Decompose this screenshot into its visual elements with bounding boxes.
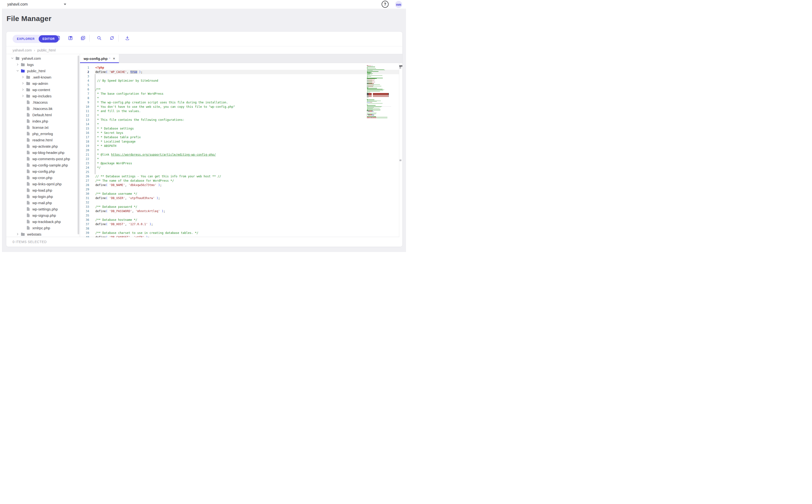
- tree-item-wp-cron.php[interactable]: wp-cron.php: [6, 174, 80, 181]
- tree-item-wp-login.php[interactable]: wp-login.php: [6, 193, 80, 200]
- code-line-15[interactable]: 15 * * Database settings: [80, 126, 402, 131]
- code-line-32[interactable]: 32: [80, 200, 402, 205]
- find-replace-button[interactable]: [109, 35, 115, 41]
- breadcrumb-item-site[interactable]: yahavil.com: [13, 48, 32, 52]
- tree-item-public_html[interactable]: public_html: [6, 68, 80, 74]
- site-selector-dropdown[interactable]: yahavil.com: [7, 0, 66, 9]
- code-line-14[interactable]: 14 *: [80, 122, 402, 126]
- tree-item-wp-config-sample.php[interactable]: wp-config-sample.php: [6, 162, 80, 168]
- tree-item-xmlrpc.php[interactable]: xmlrpc.php: [6, 225, 80, 231]
- tree-item-wp-content[interactable]: wp-content: [6, 86, 80, 93]
- code-line-22[interactable]: 22 *: [80, 157, 402, 161]
- tree-item-yahavil.com[interactable]: yahavil.com: [6, 55, 80, 61]
- tree-item-php_errorlog[interactable]: php_errorlog: [6, 130, 80, 137]
- download-button[interactable]: [124, 35, 131, 41]
- code-line-31[interactable]: 31define( 'DB_USER', 'utpfhau03hxrw' );: [80, 196, 402, 200]
- new-file-button[interactable]: [55, 35, 62, 41]
- code-line-4[interactable]: 4 // By Speed Optimizer by SiteGround: [80, 79, 402, 83]
- tree-item-wp-trackback.php[interactable]: wp-trackback.php: [6, 218, 80, 225]
- tree-item-Default.html[interactable]: Default.html: [6, 112, 80, 118]
- chevron-right-icon[interactable]: [16, 63, 19, 66]
- tree-item-wp-blog-header.php[interactable]: wp-blog-header.php: [6, 149, 80, 156]
- chevron-right-icon[interactable]: [22, 76, 24, 79]
- code-line-2[interactable]: 2define( 'WP_CACHE', true );: [80, 70, 402, 74]
- code-line-10[interactable]: 10 * You don't have to use the web site,…: [80, 105, 402, 109]
- code-line-19[interactable]: 19 * * ABSPATH: [80, 144, 402, 148]
- code-line-39[interactable]: 39/** Database charset to use in creatin…: [80, 231, 402, 235]
- help-button[interactable]: ?: [382, 1, 389, 8]
- search-button[interactable]: [96, 35, 102, 41]
- code-line-6[interactable]: 6/**: [80, 87, 402, 92]
- tree-item-wp-links-opml.php[interactable]: wp-links-opml.php: [6, 181, 80, 187]
- code-line-36[interactable]: 36/** Database hostname */: [80, 218, 402, 222]
- code-line-40[interactable]: 40define( 'DB_CHARSET', 'utf8' );: [80, 235, 402, 237]
- code-line-13[interactable]: 13 * This file contains the following co…: [80, 118, 402, 122]
- code-line-11[interactable]: 11 * and fill in the values.: [80, 109, 402, 113]
- tree-item-label: wp-config.php: [32, 169, 55, 173]
- tree-item-.htaccess.bk[interactable]: .htaccess.bk: [6, 105, 80, 112]
- code-line-30[interactable]: 30/** Database username */: [80, 192, 402, 196]
- code-line-9[interactable]: 9 * The wp-config.php creation script us…: [80, 100, 402, 105]
- tree-item-.htaccess[interactable]: .htaccess: [6, 99, 80, 105]
- breadcrumb-item-folder[interactable]: public_html: [37, 48, 56, 52]
- code-line-8[interactable]: 8 *: [80, 96, 402, 100]
- chevron-down-icon[interactable]: [16, 69, 19, 72]
- save-button[interactable]: [67, 35, 74, 41]
- code-line-21[interactable]: 21 * @link https://wordpress.org/support…: [80, 152, 402, 157]
- code-line-33[interactable]: 33/** Database password */: [80, 205, 402, 209]
- code-line-17[interactable]: 17 * * Database table prefix: [80, 135, 402, 139]
- close-icon[interactable]: ✕: [113, 57, 115, 60]
- chevron-right-icon[interactable]: [22, 88, 24, 91]
- code-line-28[interactable]: 28define( 'DB_NAME', 'dbkxqw56z73tmo' );: [80, 183, 402, 187]
- code-line-29[interactable]: 29: [80, 187, 402, 192]
- tree-item-wp-activate.php[interactable]: wp-activate.php: [6, 143, 80, 149]
- code-line-12[interactable]: 12 *: [80, 113, 402, 118]
- scrollbar-thumb[interactable]: [399, 66, 401, 69]
- tab-wp-config[interactable]: wp-config.php * ✕: [80, 54, 119, 63]
- tree-item-wp-comments-post.php[interactable]: wp-comments-post.php: [6, 156, 80, 162]
- minimap[interactable]: [367, 65, 391, 118]
- code-line-27[interactable]: 27/** The name of the database for WordP…: [80, 179, 402, 183]
- code-line-26[interactable]: 26// ** Database settings - You can get …: [80, 174, 402, 179]
- tree-item-logs[interactable]: logs: [6, 61, 80, 68]
- code-line-38[interactable]: 38: [80, 226, 402, 231]
- tree-item-license.txt[interactable]: license.txt: [6, 124, 80, 130]
- code-line-7[interactable]: 7 * The base configuration for WordPress: [80, 92, 402, 96]
- tree-item-wp-admin[interactable]: wp-admin: [6, 80, 80, 86]
- code-line-24[interactable]: 24 */: [80, 166, 402, 170]
- code-line-1[interactable]: 1<?php: [80, 65, 402, 70]
- tree-item-wp-load.php[interactable]: wp-load.php: [6, 187, 80, 193]
- tree-item-label: wp-comments-post.php: [32, 157, 70, 161]
- code-line-18[interactable]: 18 * * Localized language: [80, 139, 402, 144]
- code-line-23[interactable]: 23 * @package WordPress: [80, 161, 402, 166]
- tree-item-webstats[interactable]: webstats: [6, 231, 80, 237]
- avatar[interactable]: nm: [395, 1, 402, 8]
- tree-item-index.php[interactable]: index.php: [6, 118, 80, 124]
- tree-item-wp-settings.php[interactable]: wp-settings.php: [6, 206, 80, 212]
- code-line-25[interactable]: 25: [80, 170, 402, 174]
- tree-scrollbar[interactable]: [78, 56, 79, 234]
- tree-item-.well-known[interactable]: .well-known: [6, 74, 80, 80]
- code-editor[interactable]: 1<?php2define( 'WP_CACHE', true );34 // …: [80, 63, 402, 237]
- tree-item-wp-includes[interactable]: wp-includes: [6, 93, 80, 99]
- code-line-37[interactable]: 37define( 'DB_HOST', '127.0.0.1' );: [80, 222, 402, 226]
- chevron-right-icon[interactable]: [22, 82, 24, 85]
- tree-item-readme.html[interactable]: readme.html: [6, 137, 80, 143]
- chevron-down-icon[interactable]: [11, 57, 14, 60]
- explorer-tab[interactable]: EXPLORER: [13, 35, 39, 43]
- tree-item-wp-signup.php[interactable]: wp-signup.php: [6, 212, 80, 218]
- code-line-35[interactable]: 35: [80, 213, 402, 218]
- code-line-16[interactable]: 16 * * Secret keys: [80, 131, 402, 135]
- chevron-spacer: [22, 157, 24, 160]
- chevron-right-icon[interactable]: [16, 233, 19, 236]
- code-line-20[interactable]: 20 *: [80, 148, 402, 152]
- avatar-initials: nm: [396, 3, 401, 7]
- tree-item-wp-mail.php[interactable]: wp-mail.php: [6, 200, 80, 206]
- close-file-button[interactable]: [79, 35, 86, 41]
- code-line-3[interactable]: 3: [80, 74, 402, 79]
- code-line-34[interactable]: 34define( 'DB_PASSWORD', 'mhnntc4rtleq' …: [80, 209, 402, 213]
- tree-item-wp-config.php[interactable]: wp-config.php: [6, 168, 80, 174]
- chevron-right-icon[interactable]: [22, 94, 24, 97]
- code-line-5[interactable]: 5: [80, 83, 402, 87]
- editor-scrollbar[interactable]: [399, 63, 402, 237]
